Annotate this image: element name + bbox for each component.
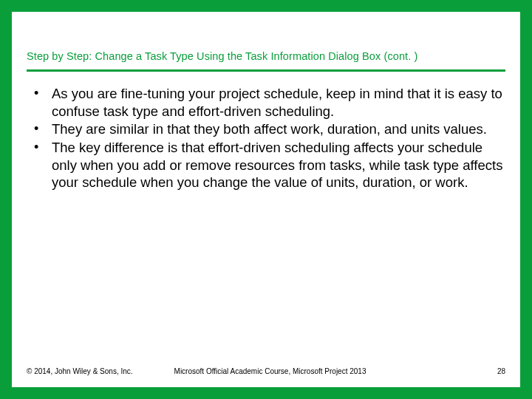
content-region: As you are fine-tuning your project sche… [12,72,520,191]
slide: Step by Step: Change a Task Type Using t… [12,12,520,387]
footer: © 2014, John Wiley & Sons, Inc. Microsof… [12,367,520,375]
list-item: The key difference is that effort-driven… [31,139,505,191]
slide-title: Step by Step: Change a Task Type Using t… [27,50,505,68]
bullet-list: As you are fine-tuning your project sche… [31,85,505,191]
list-item: As you are fine-tuning your project sche… [31,85,505,120]
footer-course: Microsoft Official Academic Course, Micr… [133,367,497,375]
footer-page-number: 28 [497,367,505,375]
list-item: They are similar in that they both affec… [31,120,505,138]
footer-copyright: © 2014, John Wiley & Sons, Inc. [27,367,133,375]
header-region: Step by Step: Change a Task Type Using t… [12,12,520,72]
